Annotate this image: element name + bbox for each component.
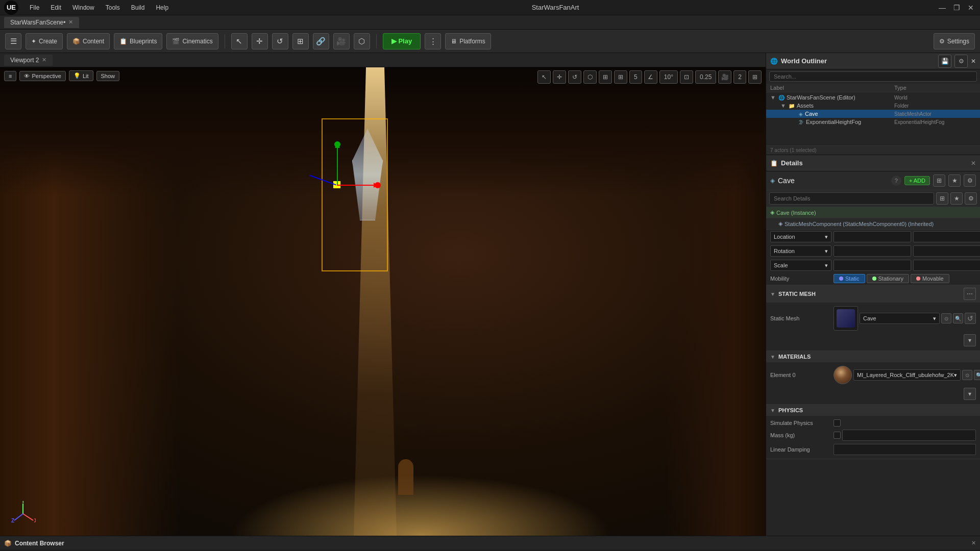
viewport[interactable]: X Y Z ≡ 👁 Perspective 💡 Lit [0, 67, 766, 536]
static-mobility-button[interactable]: Static [834, 274, 865, 283]
select-tool-button[interactable]: ↖ [231, 33, 248, 49]
simulate-physics-checkbox[interactable] [834, 419, 841, 427]
scene-tab[interactable]: StarWarsFanScene• ✕ [4, 17, 79, 28]
scale-tool-button[interactable]: ⊞ [292, 33, 309, 49]
mass-override-checkbox[interactable] [834, 432, 841, 439]
menu-build[interactable]: Build [126, 2, 150, 13]
menu-file[interactable]: File [24, 2, 44, 13]
static-mesh-header[interactable]: ▼ STATIC MESH ⋯ [766, 285, 980, 303]
minimize-button[interactable]: — [937, 3, 947, 13]
rotate-mode-button[interactable]: ↺ [568, 70, 581, 84]
show-button[interactable]: Show [96, 71, 120, 81]
details-component-header[interactable]: ◈ Cave (Instance) [766, 207, 980, 218]
materials-header[interactable]: ▼ MATERIALS [766, 351, 980, 362]
viewport-type-button[interactable]: ⊞ [599, 70, 612, 84]
section-options-button[interactable]: ⋯ [964, 288, 976, 300]
gizmo-x-handle[interactable] [375, 182, 381, 188]
scale-y-input[interactable]: 1.0 [913, 260, 980, 271]
camera-tool-button[interactable]: 🎥 [333, 33, 350, 49]
materials-collapse-button[interactable]: ▾ [964, 388, 976, 400]
play-button[interactable]: ▶ Play [383, 33, 421, 49]
view-mode-button[interactable]: 👁 Perspective [19, 71, 65, 81]
menu-help[interactable]: Help [151, 2, 174, 13]
static-mesh-collapse-button[interactable]: ▾ [964, 334, 976, 346]
location-y-input[interactable]: -290.0 [913, 231, 980, 242]
gizmo-x-axis[interactable] [337, 185, 378, 186]
snap-tool-button[interactable]: 🔗 [313, 33, 329, 49]
cinematics-button[interactable]: 🎬 Cinematics [166, 33, 218, 49]
gizmo-y-axis[interactable] [337, 144, 338, 185]
rotation-x-input[interactable]: 0.0° [834, 245, 911, 257]
details-close-button[interactable]: ✕ [971, 160, 976, 167]
locate-asset-button[interactable]: ⊙ [941, 313, 951, 323]
restore-button[interactable]: ❐ [951, 3, 962, 13]
scale-x-input[interactable]: 1.0 [834, 260, 911, 271]
scale-dropdown[interactable]: Scale ▾ [770, 260, 831, 271]
camera-button[interactable]: 2 [733, 70, 746, 84]
location-x-input[interactable]: -120.0 [834, 231, 911, 242]
help-button[interactable]: ? [891, 176, 901, 186]
rotate-tool-button[interactable]: ↺ [272, 33, 288, 49]
physics-header[interactable]: ▼ PHYSICS [766, 405, 980, 416]
hamburger-menu-button[interactable]: ≡ [4, 71, 16, 81]
render-tool-button[interactable]: ⬡ [354, 33, 370, 49]
linear-damping-input[interactable]: 0.01 [834, 444, 976, 455]
menu-tools[interactable]: Tools [101, 2, 125, 13]
grid-snap-button[interactable]: ⊞ [614, 70, 627, 84]
scale-mode-button[interactable]: ⬡ [583, 70, 597, 84]
scale-button[interactable]: 0.25 [695, 70, 716, 84]
gizmo-y-handle[interactable] [334, 141, 340, 147]
menu-window[interactable]: Window [67, 2, 100, 13]
find-asset-button[interactable]: 🔍 [953, 313, 963, 323]
material-dropdown[interactable]: MI_Layered_Rock_Cliff_ubulehofw_2K ▾ [853, 369, 961, 381]
maximize-viewport-button[interactable]: ⊞ [748, 70, 762, 84]
play-options-button[interactable]: ⋮ [425, 33, 441, 49]
tree-item-assets[interactable]: ▼ 📁 Assets Folder [766, 102, 980, 110]
grid-size-button[interactable]: 5 [629, 70, 642, 84]
viewport-tab-close[interactable]: ✕ [42, 57, 46, 63]
tree-item-scene[interactable]: ▼ 🌐 StarWarsFanScene (Editor) World [766, 93, 980, 102]
mass-input[interactable]: 0.0 [842, 430, 976, 441]
outliner-save-button[interactable]: 💾 [938, 55, 951, 68]
move-tool-button[interactable]: ✛ [252, 33, 268, 49]
scene-tab-close[interactable]: ✕ [68, 19, 73, 26]
tree-item-cave[interactable]: ◈ Cave StaticMeshActor [766, 110, 980, 118]
outliner-filter-button[interactable]: ⚙ [954, 55, 968, 68]
settings-button[interactable]: ⚙ Settings [934, 33, 975, 49]
viewport-tab[interactable]: Viewport 2 ✕ [4, 55, 53, 66]
translate-mode-button[interactable]: ✛ [553, 70, 566, 84]
close-button[interactable]: ✕ [966, 3, 976, 13]
details-search-filter1[interactable]: ⊞ [936, 192, 948, 205]
details-search-input[interactable] [769, 192, 934, 205]
details-content: Location ▾ -120.0 -290.0 230.0 ↺ Rotatio… [766, 230, 980, 536]
static-mesh-reset-button[interactable]: ↺ [965, 313, 976, 324]
select-mode-button[interactable]: ↖ [537, 70, 551, 84]
details-star-button[interactable]: ★ [948, 174, 961, 187]
rotation-y-input[interactable]: 0.0° [913, 245, 980, 257]
find-material-button[interactable]: 🔍 [974, 370, 980, 380]
movable-mobility-button[interactable]: Movable [911, 274, 949, 283]
outliner-search-input[interactable] [769, 71, 977, 82]
lit-mode-button[interactable]: 💡 Lit [69, 70, 93, 81]
stationary-mobility-button[interactable]: Stationary [867, 274, 910, 283]
sidebar-toggle-button[interactable]: ☰ [5, 33, 21, 49]
details-search-filter2[interactable]: ★ [950, 192, 963, 205]
locate-material-button[interactable]: ⊙ [962, 370, 972, 380]
details-search-filter3[interactable]: ⚙ [965, 192, 977, 205]
details-component-sub[interactable]: ◈ StaticMeshComponent (StaticMeshCompone… [766, 218, 980, 230]
angle-button[interactable]: 10° [659, 70, 678, 84]
content-browser-close-button[interactable]: ✕ [971, 540, 976, 546]
create-button[interactable]: ✦ Create [26, 33, 63, 49]
rotation-dropdown[interactable]: Rotation ▾ [770, 245, 831, 257]
platforms-button[interactable]: 🖥 Platforms [445, 33, 491, 49]
static-mesh-dropdown[interactable]: Cave ▾ [860, 313, 940, 324]
content-button[interactable]: 📦 Content [67, 33, 110, 49]
add-component-button[interactable]: + ADD [904, 176, 930, 185]
details-grid-button[interactable]: ⊞ [933, 174, 945, 187]
tree-item-fog[interactable]: 🌫 ExponentialHeightFog ExponentialHeight… [766, 118, 980, 126]
details-options-button[interactable]: ⚙ [964, 174, 976, 187]
menu-edit[interactable]: Edit [45, 2, 66, 13]
blueprints-button[interactable]: 📋 Blueprints [114, 33, 162, 49]
outliner-close-button[interactable]: ✕ [971, 58, 976, 65]
location-dropdown[interactable]: Location ▾ [770, 231, 831, 242]
